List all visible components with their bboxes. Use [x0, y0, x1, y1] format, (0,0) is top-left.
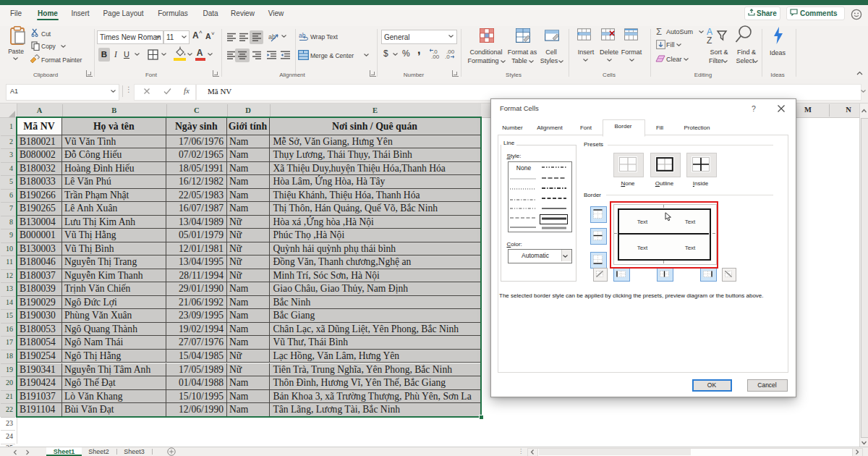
- svg-text:.0: .0: [445, 54, 450, 59]
- svg-text:ab: ab: [268, 33, 276, 41]
- svg-text:Z: Z: [707, 35, 712, 45]
- svg-text:.0: .0: [433, 48, 438, 55]
